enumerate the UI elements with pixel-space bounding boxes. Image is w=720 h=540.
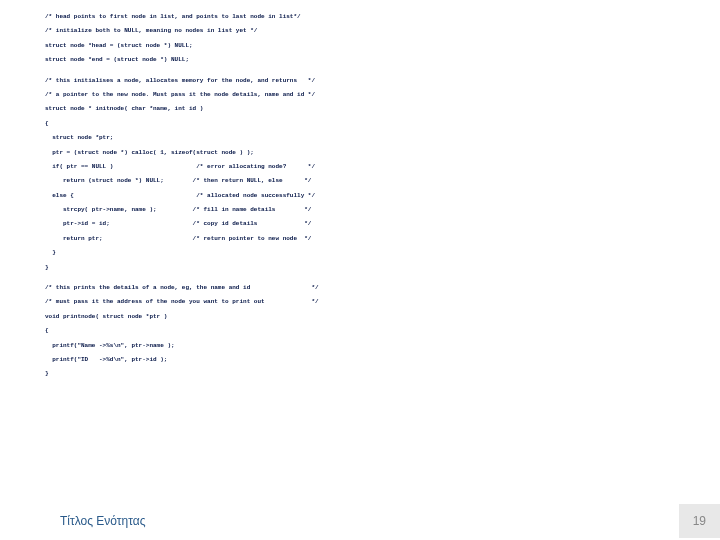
code-line: if( ptr == NULL ) /* error allocating no…	[45, 160, 680, 174]
code-line: {	[45, 117, 680, 131]
footer: Τίτλος Ενότητας 19	[0, 502, 720, 540]
code-line: }	[45, 246, 680, 260]
slide: /* head points to first node in list, an…	[0, 0, 720, 540]
code-block: /* head points to first node in list, an…	[45, 10, 680, 382]
code-line: /* a pointer to the new node. Must pass …	[45, 88, 680, 102]
code-line: printf("ID ->%d\n", ptr->id );	[45, 353, 680, 367]
code-line: struct node *ptr;	[45, 131, 680, 145]
code-line: /* initialize both to NULL, meaning no n…	[45, 24, 680, 38]
section-title: Τίτλος Ενότητας	[60, 514, 146, 528]
code-line: strcpy( ptr->name, name ); /* fill in na…	[45, 203, 680, 217]
code-line: ptr->id = id; /* copy id details */	[45, 217, 680, 231]
page-number: 19	[679, 504, 720, 538]
code-line: struct node * initnode( char *name, int …	[45, 102, 680, 116]
code-line: else { /* allocated node successfully */	[45, 189, 680, 203]
code-line: /* must pass it the address of the node …	[45, 295, 680, 309]
code-line: }	[45, 367, 680, 381]
code-line: ptr = (struct node *) calloc( 1, sizeof(…	[45, 146, 680, 160]
code-line: return ptr; /* return pointer to new nod…	[45, 232, 680, 246]
code-line: /* this initialises a node, allocates me…	[45, 74, 680, 88]
code-line: struct node *end = (struct node *) NULL;	[45, 53, 680, 67]
code-line: struct node *head = (struct node *) NULL…	[45, 39, 680, 53]
code-line: /* this prints the details of a node, eg…	[45, 281, 680, 295]
code-line: printf("Name ->%s\n", ptr->name );	[45, 339, 680, 353]
code-line: {	[45, 324, 680, 338]
code-line: void printnode( struct node *ptr )	[45, 310, 680, 324]
code-line: }	[45, 261, 680, 275]
code-line: return (struct node *) NULL; /* then ret…	[45, 174, 680, 188]
code-line: /* head points to first node in list, an…	[45, 10, 680, 24]
